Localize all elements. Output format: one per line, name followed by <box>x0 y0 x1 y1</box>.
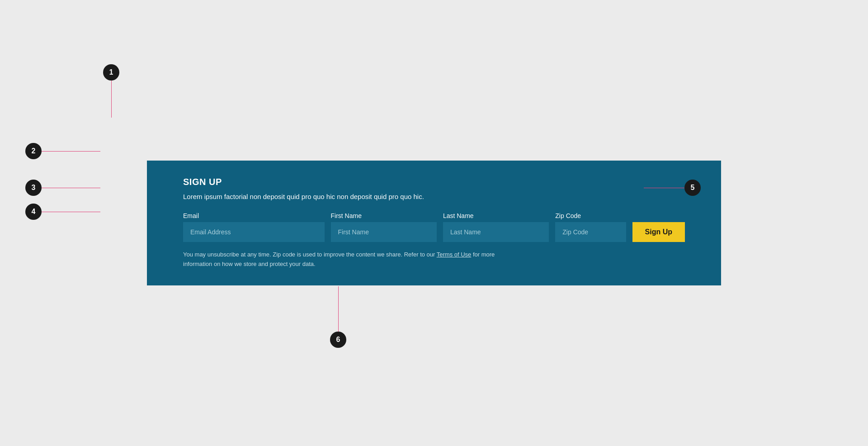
signup-banner: SIGN UP Lorem ipsum factorial non deposi… <box>147 161 721 285</box>
terms-of-use-link[interactable]: Terms of Use <box>437 251 472 258</box>
signup-title: SIGN UP <box>183 177 685 187</box>
email-form-group: Email <box>183 212 325 242</box>
annotation-line-3 <box>42 188 100 188</box>
annotation-badge-5: 5 <box>684 180 701 196</box>
last-name-label: Last Name <box>443 212 549 219</box>
annotation-badge-4: 4 <box>25 204 42 220</box>
annotation-badge-3: 3 <box>25 180 42 196</box>
last-name-form-group: Last Name <box>443 212 549 242</box>
annotation-badge-2: 2 <box>25 143 42 159</box>
annotation-line-1 <box>111 81 112 118</box>
annotation-line-2 <box>42 151 100 152</box>
disclaimer-text: You may unsubscribe at any time. Zip cod… <box>183 250 518 269</box>
annotation-line-6 <box>338 286 339 332</box>
zip-code-form-group: Zip Code <box>555 212 626 242</box>
zip-code-input[interactable] <box>555 222 626 242</box>
page-container: 1 2 3 4 5 6 SIGN UP Lorem ipsum factoria… <box>0 0 868 446</box>
last-name-input[interactable] <box>443 222 549 242</box>
first-name-label: First Name <box>331 212 437 219</box>
zip-code-label: Zip Code <box>555 212 626 219</box>
first-name-input[interactable] <box>331 222 437 242</box>
annotation-badge-1: 1 <box>103 64 119 81</box>
annotation-badge-6: 6 <box>330 332 346 348</box>
annotation-line-4 <box>42 212 100 212</box>
signup-form-row: Email First Name Last Name Zip Code Sign… <box>183 212 685 242</box>
first-name-form-group: First Name <box>331 212 437 242</box>
annotation-line-5 <box>644 188 684 188</box>
email-input[interactable] <box>183 222 325 242</box>
signup-description: Lorem ipsum factorial non deposit quid p… <box>183 192 685 202</box>
signup-button[interactable]: Sign Up <box>632 222 685 242</box>
email-label: Email <box>183 212 325 219</box>
